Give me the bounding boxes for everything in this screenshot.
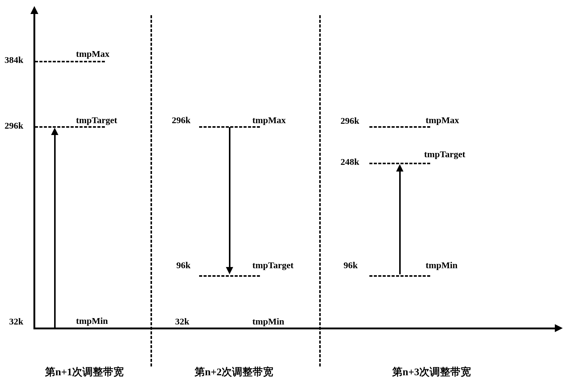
diagram-canvas: 384k 296k 32k tmpMax tmpTarget tmpMin 第n… — [0, 0, 567, 392]
p2-caption: 第n+2次调整带宽 — [195, 365, 273, 379]
p2-296k-label: 296k — [172, 115, 191, 125]
p3-arrow-head-icon — [396, 164, 403, 172]
panel-divider-1 — [150, 15, 152, 366]
p2-tmpmax-label: tmpMax — [252, 115, 286, 125]
p3-tmpmin-line — [369, 275, 430, 277]
p1-tmpmax-label: tmpMax — [76, 49, 109, 59]
p1-tmptarget-label: tmpTarget — [76, 115, 117, 125]
p1-tmpmax-line — [35, 61, 105, 62]
p1-tmptarget-line — [35, 126, 105, 128]
p1-caption: 第n+1次调整带宽 — [45, 365, 124, 379]
p2-arrow-head-icon — [226, 267, 233, 274]
p2-tmptarget-label: tmpTarget — [252, 260, 294, 270]
p3-tmpmax-line — [369, 126, 430, 128]
y-axis-arrow-icon — [30, 6, 38, 14]
p2-32k-label: 32k — [175, 316, 189, 327]
ytick-296k: 296k — [5, 120, 23, 131]
p2-tmpmin-label: tmpMin — [252, 316, 284, 327]
p3-96k-label: 96k — [344, 260, 358, 270]
p3-248k-label: 248k — [341, 157, 359, 167]
p2-arrow-line — [229, 127, 230, 268]
p3-tmpmax-label: tmpMax — [426, 115, 459, 125]
p3-tmptarget-label: tmpTarget — [424, 149, 465, 159]
p3-caption: 第n+3次调整带宽 — [392, 365, 471, 379]
p1-arrow-line — [54, 134, 56, 328]
p1-arrow-head-icon — [51, 128, 58, 135]
x-axis-arrow-icon — [555, 324, 563, 332]
y-axis — [33, 12, 35, 328]
p2-tmptarget-line — [199, 275, 260, 277]
p3-296k-label: 296k — [341, 116, 359, 126]
p1-tmpmin-label: tmpMin — [76, 316, 108, 326]
p3-tmpmin-label: tmpMin — [426, 260, 458, 270]
p3-arrow-line — [399, 170, 401, 274]
p2-96k-label: 96k — [176, 260, 191, 270]
ytick-384k: 384k — [5, 55, 23, 65]
panel-divider-2 — [319, 15, 321, 366]
x-axis — [33, 328, 556, 329]
ytick-32k: 32k — [9, 316, 23, 327]
